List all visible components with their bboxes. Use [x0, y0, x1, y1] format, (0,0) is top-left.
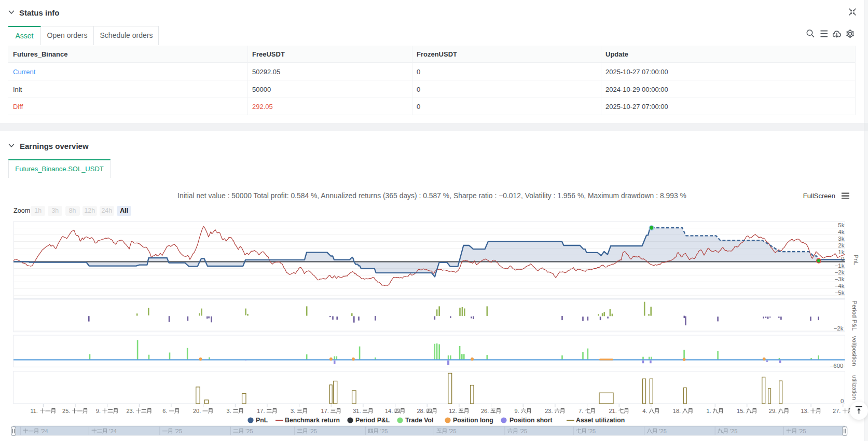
svg-text:17.: 17. — [321, 408, 329, 414]
svg-text:27.: 27. — [833, 408, 841, 414]
svg-text:PnL: PnL — [256, 417, 268, 424]
svg-text:Trade Vol: Trade Vol — [405, 417, 433, 424]
svg-text:Position long: Position long — [453, 417, 493, 424]
svg-text:'25: '25 — [730, 428, 737, 434]
svg-text:3.: 3. — [227, 408, 231, 414]
svg-text:4k: 4k — [838, 229, 844, 235]
svg-text:Asset utilization: Asset utilization — [576, 417, 625, 424]
svg-text:Position short: Position short — [509, 417, 553, 424]
svg-text:'25: '25 — [798, 428, 806, 434]
svg-text:29.: 29. — [769, 408, 777, 414]
svg-text:'25: '25 — [588, 428, 596, 434]
svg-text:31.: 31. — [353, 408, 361, 414]
svg-text:'24: '24 — [109, 428, 117, 434]
svg-text:1k: 1k — [838, 249, 844, 255]
svg-text:'25: '25 — [175, 428, 182, 434]
svg-text:−5k: −5k — [835, 290, 845, 296]
svg-text:14.: 14. — [385, 408, 393, 414]
svg-text:−2k: −2k — [835, 269, 845, 275]
svg-text:20.: 20. — [193, 408, 201, 414]
svg-text:vol/position: vol/position — [851, 336, 858, 366]
svg-text:'24: '24 — [40, 428, 48, 434]
svg-text:9.: 9. — [96, 408, 101, 414]
svg-text:Benchmark return: Benchmark return — [285, 417, 340, 424]
svg-text:9.: 9. — [515, 408, 519, 414]
svg-text:'25: '25 — [449, 428, 456, 434]
svg-text:−3k: −3k — [835, 276, 845, 282]
svg-text:21.: 21. — [609, 408, 617, 414]
svg-text:11.: 11. — [30, 408, 37, 414]
svg-text:13.: 13. — [801, 408, 809, 414]
svg-text:'25: '25 — [310, 428, 317, 434]
svg-text:utilization: utilization — [851, 375, 858, 400]
svg-text:5k: 5k — [838, 222, 844, 228]
svg-text:17.: 17. — [257, 408, 265, 414]
svg-text:3.: 3. — [291, 408, 295, 414]
svg-text:−2k: −2k — [834, 325, 844, 332]
svg-text:4.: 4. — [642, 408, 647, 414]
svg-text:0: 0 — [841, 398, 844, 404]
svg-text:3k: 3k — [838, 236, 844, 242]
svg-text:25.: 25. — [62, 408, 70, 414]
svg-text:−4k: −4k — [835, 283, 845, 289]
svg-text:28.: 28. — [417, 408, 425, 414]
svg-text:'25: '25 — [245, 428, 253, 434]
svg-text:1.: 1. — [707, 408, 711, 414]
svg-text:15.: 15. — [737, 408, 745, 414]
svg-text:26.: 26. — [481, 408, 489, 414]
svg-text:'25: '25 — [520, 428, 527, 434]
svg-text:23.: 23. — [126, 408, 134, 414]
svg-text:7.: 7. — [578, 408, 583, 414]
svg-text:−1k: −1k — [835, 263, 845, 269]
svg-text:Period P&L: Period P&L — [851, 300, 858, 331]
svg-text:'25: '25 — [380, 428, 388, 434]
svg-text:'25: '25 — [659, 428, 667, 434]
svg-text:23.: 23. — [545, 408, 553, 414]
svg-text:12.: 12. — [449, 408, 457, 414]
svg-text:Period P&L: Period P&L — [355, 417, 390, 424]
svg-text:6.: 6. — [162, 408, 167, 414]
svg-text:2k: 2k — [838, 242, 844, 249]
svg-text:0: 0 — [841, 256, 844, 262]
svg-text:PnL: PnL — [853, 255, 859, 266]
svg-text:18.: 18. — [673, 408, 681, 414]
svg-text:−600: −600 — [830, 363, 844, 369]
